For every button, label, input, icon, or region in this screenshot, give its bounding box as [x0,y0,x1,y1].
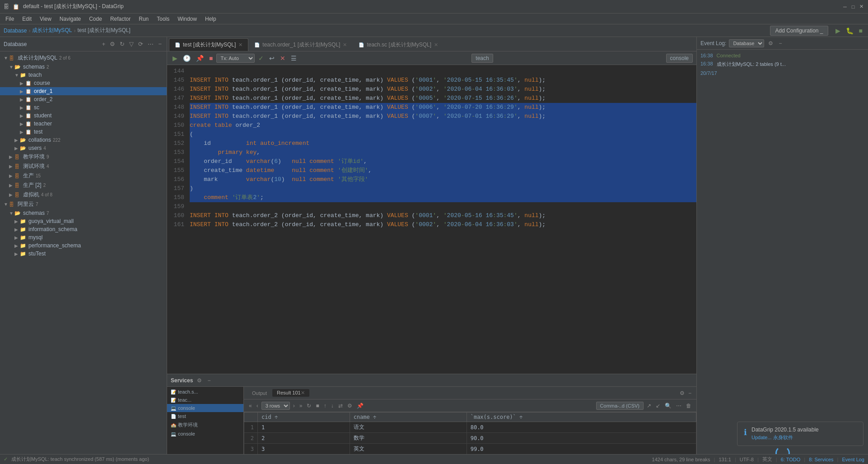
output-settings-button[interactable]: ⚙ [678,390,686,397]
tree-item-教学环境[interactable]: ▶🗄教学环境9 [0,152,167,162]
tree-item-users[interactable]: ▶📂users4 [0,144,167,152]
rollback-button[interactable]: ✕ [278,54,287,63]
tree-item-guoya_virtual_mall[interactable]: ▶📁guoya_virtual_mall [0,217,167,225]
breadcrumb-db-consoles[interactable]: Database [4,28,27,34]
tab-close-0[interactable]: ✕ [238,42,243,48]
output-tab-0[interactable]: Output [247,390,271,397]
output-minimize-button[interactable]: − [687,390,693,397]
table-row-1[interactable]: 2 2 数学 90.0 [244,433,696,444]
output-tab-close-1[interactable]: ✕ [301,390,305,395]
code-line-145[interactable]: 145INSERT INTO teach.order_1 (order_id, … [167,76,696,85]
tree-item-虚拟机[interactable]: ▶🗄虚拟机4 of 8 [0,190,167,200]
delete-result-button[interactable]: 🗑 [685,402,693,409]
editor-tab-2[interactable]: 📄 teach.sc [成长计划MySQL] ✕ [353,38,444,51]
tree-item-schemas[interactable]: ▼📂schemas7 [0,209,167,217]
service-item-3[interactable]: 📄test [167,412,243,420]
more-result-button[interactable]: ⋯ [675,402,683,409]
tab-close-2[interactable]: ✕ [434,42,438,48]
code-line-149[interactable]: 149INSERT INTO teach.order_1 (order_id, … [167,112,696,121]
table-row-0[interactable]: 1 1 语文 80.0 [244,422,696,433]
table-header-cname[interactable]: cname ÷ [350,413,467,422]
commit-button[interactable]: ✓ [257,54,266,63]
tree-item-生产-[2][interactable]: ▶🗄生产 [2]2 [0,181,167,190]
service-item-5[interactable]: 💻console [167,430,243,438]
event-log-filter[interactable]: Database All [729,39,764,47]
code-line-154[interactable]: 154 order_id varchar(6) null comment '订单… [167,157,696,166]
rows-select[interactable]: 3 rows [261,402,290,410]
code-line-157[interactable]: 157) [167,184,696,193]
status-event-log[interactable]: Event Log [842,457,864,462]
code-editor[interactable]: 144145INSERT INTO teach.order_1 (order_i… [167,65,696,374]
zoom-button[interactable]: 🔍 [663,402,673,409]
refresh-button[interactable]: ↻ [118,40,126,48]
menu-item-window[interactable]: Window [174,15,201,23]
more-button[interactable]: ⋯ [146,40,155,48]
import-icon-button[interactable]: ↙ [654,402,662,409]
table-header-maxscore[interactable]: `max(s.score)` ÷ [467,413,696,422]
format-button[interactable]: ☰ [289,54,299,63]
refresh-result-button[interactable]: ↻ [305,402,313,409]
service-item-0[interactable]: 📝teach.s... [167,388,243,396]
code-line-146[interactable]: 146INSERT INTO teach.order_1 (order_id, … [167,85,696,94]
code-line-150[interactable]: 150create table order_2 [167,121,696,130]
tree-item-阿里云[interactable]: ▼🗄阿里云7 [0,200,167,209]
undo-button[interactable]: ↩ [267,54,276,63]
menu-item-tools[interactable]: Tools [153,15,173,23]
tree-item-order_1[interactable]: ▶📋order_1 [0,87,167,95]
export-icon-button[interactable]: ↗ [645,402,653,409]
nav-prev-button[interactable]: ‹ [255,402,260,409]
code-line-152[interactable]: 152 id int auto_increment [167,139,696,148]
nav-next-button[interactable]: › [292,402,296,409]
menu-item-edit[interactable]: Edit [19,15,35,23]
breadcrumb-mysql[interactable]: 成长计划MySQL [32,27,72,34]
close-button[interactable]: ✕ [858,4,864,10]
code-line-153[interactable]: 153 primary key, [167,148,696,157]
code-line-155[interactable]: 155 create_time datetime null comment '创… [167,166,696,175]
pin-button[interactable]: 📌 [194,54,205,63]
tree-item-student[interactable]: ▶📋student [0,111,167,120]
notification-link[interactable]: Update... 永身软件 [751,435,793,440]
tree-item-mysql[interactable]: ▶📁mysql [0,233,167,241]
debug-button[interactable]: 🐛 [844,26,855,35]
tree-item-course[interactable]: ▶📋course [0,79,167,87]
table-row-2[interactable]: 3 3 英文 99.0 [244,444,696,455]
nav-last-button[interactable]: » [298,402,304,409]
event-log-minimize-button[interactable]: − [777,40,783,47]
services-minimize-button[interactable]: − [206,377,212,384]
menu-item-file[interactable]: File [2,15,18,23]
tree-item-performance_schema[interactable]: ▶📁performance_schema [0,241,167,250]
tree-item-collations[interactable]: ▶📂collations222 [0,136,167,144]
service-item-4[interactable]: 🏫教学环境 [167,420,243,430]
tab-close-1[interactable]: ✕ [343,42,347,48]
editor-tab-0[interactable]: 📄 test [成长计划MySQL] ✕ [169,38,248,51]
code-line-158[interactable]: 158 comment '订单表2'; [167,193,696,202]
service-item-2[interactable]: 💻console [167,404,243,412]
maximize-button[interactable]: □ [850,4,856,10]
tree-item-information_schema[interactable]: ▶📁information_schema [0,225,167,233]
export-button[interactable]: ↑ [322,402,328,409]
tree-item-sc[interactable]: ▶📋sc [0,103,167,111]
add-configuration-button[interactable]: Add Configuration _ [770,26,828,36]
tree-item-成长计划MySQL[interactable]: ▼🗄成长计划MySQL2 of 6 [0,53,167,63]
tree-item-test[interactable]: ▶📋test [0,128,167,136]
code-line-148[interactable]: 148INSERT INTO teach.order_1 (order_id, … [167,103,696,112]
settings-result-button[interactable]: ⚙ [346,402,354,409]
status-services[interactable]: 8: Services [809,457,833,462]
code-line-147[interactable]: 147INSERT INTO teach.order_1 (order_id, … [167,94,696,103]
tree-item-生产[interactable]: ▶🗄生产15 [0,171,167,181]
tree-item-teach[interactable]: ▼📁teach [0,71,167,79]
output-tab-1[interactable]: Result 101✕ [272,389,309,397]
transaction-select[interactable]: Tx: Auto Tx: Manual [216,54,255,63]
code-line-156[interactable]: 156 mark varchar(10) null comment '其他字段' [167,175,696,184]
code-line-144[interactable]: 144 [167,67,696,76]
stop-run-button[interactable]: ■ [857,26,864,35]
menu-item-view[interactable]: View [36,15,55,23]
filter-button[interactable]: ▽ [128,40,135,48]
execute-button[interactable]: ▶ [171,54,179,63]
run-button[interactable]: ▶ [834,26,842,35]
code-line-151[interactable]: 151( [167,130,696,139]
compare-button[interactable]: ⇄ [337,402,344,409]
add-datasource-button[interactable]: + [101,40,107,48]
properties-button[interactable]: ⚙ [108,40,117,48]
menu-item-refactor[interactable]: Refactor [107,15,134,23]
